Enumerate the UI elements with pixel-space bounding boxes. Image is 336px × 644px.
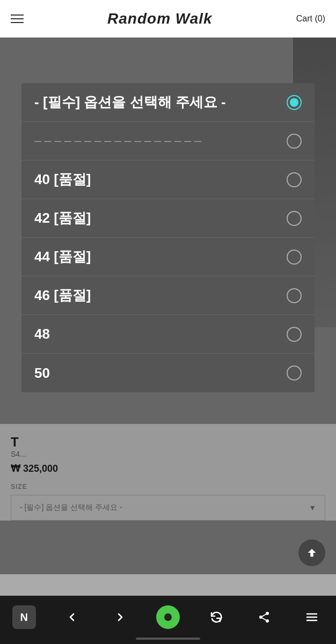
dropdown-separator-item: — — — — — — — — — — — — — — — — — [21,122,315,160]
n-logo-icon: N [12,605,36,629]
app-logo: Random Walk [107,10,213,27]
dropdown-item-48-label: 48 [34,326,50,342]
dropdown-item-40-label: 40 [품절] [34,170,91,189]
cart-button[interactable]: Cart (0) [296,14,325,24]
dropdown-item-46-label: 46 [품절] [34,286,91,305]
size-dropdown-panel: - [필수] 옵션을 선택해 주세요 - — — — — — — — — — —… [21,83,315,392]
radio-selected-icon [287,95,302,110]
dropdown-header-item[interactable]: - [필수] 옵션을 선택해 주세요 - [21,83,315,122]
radio-unselected-icon [287,134,302,149]
radio-40-icon [287,172,302,187]
scroll-up-button[interactable] [298,539,325,566]
dropdown-item-50[interactable]: 50 [21,354,315,392]
hamburger-menu-button[interactable] [11,14,24,23]
nav-more-button[interactable] [300,605,324,629]
header: Random Walk Cart (0) [0,0,336,38]
arrow-right-icon [114,611,127,624]
refresh-icon [209,611,222,624]
dropdown-item-42[interactable]: 42 [품절] [21,199,315,238]
radio-46-icon [287,288,302,303]
svg-line-1 [262,614,266,617]
home-dot-icon [156,605,180,629]
dropdown-item-46[interactable]: 46 [품절] [21,276,315,315]
nav-forward-button[interactable] [108,605,132,629]
radio-42-icon [287,211,302,226]
nav-refresh-button[interactable] [204,605,228,629]
dropdown-item-44-label: 44 [품절] [34,247,91,266]
dropdown-separator-label: — — — — — — — — — — — — — — — — — [34,137,202,145]
nav-naver-button[interactable]: N [12,605,36,629]
dropdown-item-50-label: 50 [34,365,50,382]
radio-44-icon [287,250,302,265]
nav-back-button[interactable] [60,605,84,629]
radio-48-icon [287,327,302,342]
svg-line-0 [262,618,266,620]
bottom-indicator-bar [136,638,200,640]
dropdown-item-44[interactable]: 44 [품절] [21,238,315,276]
dropdown-item-48[interactable]: 48 [21,315,315,354]
nav-home-button[interactable] [156,605,180,629]
hamburger-icon [305,611,318,624]
radio-50-icon [287,365,302,380]
share-icon [258,611,271,624]
arrow-left-icon [65,611,78,624]
home-dot-inner [164,613,172,621]
dropdown-item-40[interactable]: 40 [품절] [21,160,315,199]
dropdown-header-label: - [필수] 옵션을 선택해 주세요 - [34,93,226,112]
bottom-nav-bar: N [0,596,336,644]
arrow-up-icon [306,547,318,559]
nav-share-button[interactable] [252,605,276,629]
dropdown-item-42-label: 42 [품절] [34,209,91,228]
